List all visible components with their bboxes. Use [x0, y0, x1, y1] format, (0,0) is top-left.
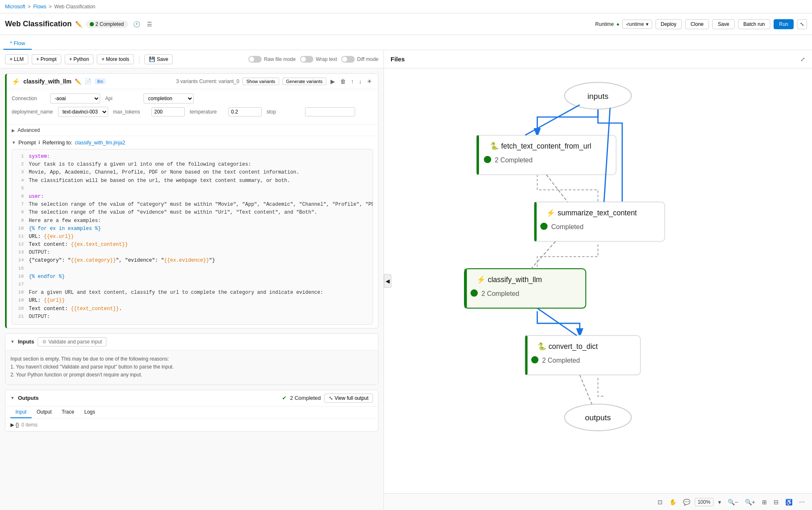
edit-node-icon[interactable]: ✏️	[75, 78, 81, 85]
delete-node-icon[interactable]: 🗑	[339, 77, 347, 86]
raw-file-label: Raw file mode	[264, 56, 296, 62]
max-tokens-input[interactable]	[151, 107, 185, 116]
svg-rect-8	[534, 202, 537, 242]
svg-point-5	[484, 156, 491, 163]
output-tab-input[interactable]: Input	[10, 406, 32, 418]
api-select[interactable]: completion	[144, 93, 194, 104]
diagram-container: ◀	[384, 68, 812, 493]
layout-icon[interactable]: ⊟	[772, 497, 781, 507]
svg-point-15	[471, 289, 478, 296]
code-line-12: 12Text content: {{ex.text_content}}	[15, 241, 369, 249]
runtime-select[interactable]: -runtime ▾	[622, 20, 652, 29]
node-header: ⚡ classify_with_llm ✏️ 📄 llm 3 variants …	[7, 74, 378, 89]
prompt-link[interactable]: classify_with_llm.jinja2	[75, 140, 125, 146]
output-tab-output[interactable]: Output	[32, 406, 57, 418]
validate-parse-button[interactable]: ⚙ Validate and parse input	[38, 337, 107, 346]
run-button[interactable]: Run	[774, 19, 794, 29]
advanced-header[interactable]: ▶ Advanced	[12, 127, 373, 133]
code-line-9: 9Here are a few examples:	[15, 217, 369, 225]
inputs-title: Inputs	[18, 338, 34, 345]
add-python-button[interactable]: + Python	[65, 54, 94, 64]
deploy-button[interactable]: Deploy	[656, 19, 682, 29]
save-button[interactable]: Save	[712, 19, 734, 29]
more-tools-button[interactable]: + More tools	[97, 54, 134, 64]
chevron-right-icon: ▶	[12, 128, 15, 133]
code-line-8: 8The selection range of the value of "ev…	[15, 209, 369, 217]
svg-rect-17	[525, 336, 640, 375]
output-tab-trace[interactable]: Trace	[57, 406, 79, 418]
runtime-value: -runtime	[626, 21, 644, 27]
outputs-header: ▼ Outputs ✔ 2 Completed ⤡ View full outp…	[5, 390, 378, 406]
llm-node-card: ⚡ classify_with_llm ✏️ 📄 llm 3 variants …	[5, 73, 378, 328]
expand-button[interactable]: ⤡	[797, 19, 807, 29]
outputs-status-text: 2 Completed	[290, 395, 321, 401]
wrap-text-toggle[interactable]	[300, 56, 313, 63]
collapse-panel-icon[interactable]: ◀	[384, 274, 391, 288]
svg-line-27	[531, 241, 555, 268]
node-body: Connection -aoai Api completion deployme…	[7, 89, 378, 124]
hand-tool-icon[interactable]: ✋	[667, 497, 678, 507]
code-line-18: 18For a given URL and text content, clas…	[15, 289, 369, 297]
connection-row: Connection -aoai Api completion	[12, 93, 373, 104]
page-title: Web Classification	[5, 20, 72, 28]
raw-file-toggle[interactable]	[248, 56, 262, 63]
save-file-button[interactable]: 💾 Save	[144, 54, 173, 64]
comment-icon[interactable]: 💬	[681, 497, 692, 507]
chevron-down-prompt-icon: ▼	[12, 140, 16, 145]
move-down-icon[interactable]: ↓	[358, 77, 363, 86]
show-variants-button[interactable]: Show variants	[242, 78, 279, 85]
variant-info: 3 variants Current: variant_0	[176, 78, 239, 84]
svg-text:🐍 convert_to_dict: 🐍 convert_to_dict	[537, 342, 598, 351]
svg-line-26	[546, 175, 567, 202]
history-icon[interactable]: 🕐	[131, 19, 142, 29]
node-tag: llm	[95, 78, 106, 84]
add-prompt-button[interactable]: + Prompt	[32, 54, 61, 64]
code-line-7: 7The selection range of the value of "ca…	[15, 201, 369, 209]
deployment-select[interactable]: text-davinci-003	[58, 107, 108, 117]
runtime-section: Runtime ● -runtime ▾	[595, 20, 652, 29]
temperature-input[interactable]	[228, 107, 262, 116]
settings-icon[interactable]: ☀	[366, 77, 373, 86]
header-actions: Runtime ● -runtime ▾ Deploy Clone Save B…	[595, 19, 807, 29]
code-line-1: 1system:	[15, 153, 369, 161]
files-header: Files ⤢	[384, 50, 812, 68]
fit-view-icon[interactable]: ⊡	[656, 497, 665, 507]
tab-flow[interactable]: * Flow	[3, 38, 32, 50]
edit-title-icon[interactable]: ✏️	[75, 21, 82, 28]
more-options-icon[interactable]: ⋯	[797, 497, 807, 507]
zoom-out-icon[interactable]: 🔍−	[726, 497, 740, 507]
clone-button[interactable]: Clone	[685, 19, 709, 29]
chevron-down-zoom-icon[interactable]: ▾	[716, 497, 723, 507]
add-llm-button[interactable]: + LLM	[5, 54, 28, 64]
outputs-status: ✔ 2 Completed ⤡ View full output	[282, 394, 373, 403]
svg-text:outputs: outputs	[585, 413, 611, 422]
output-tab-logs[interactable]: Logs	[79, 406, 100, 418]
list-icon[interactable]: ☰	[145, 19, 154, 29]
accessibility-icon[interactable]: ♿	[783, 497, 794, 507]
move-up-icon[interactable]: ↑	[350, 77, 355, 86]
diff-mode-toggle[interactable]	[341, 56, 355, 63]
inputs-section: ▼ Inputs ⚙ Validate and parse input Inpu…	[5, 333, 378, 385]
code-line-6: 6user:	[15, 193, 369, 201]
generate-variants-button[interactable]: Generate variants	[282, 78, 326, 85]
nav-flows[interactable]: Flows	[33, 4, 46, 10]
diagram-bottom-toolbar: ⊡ ✋ 💬 100% ▾ 🔍− 🔍+ ⊞ ⊟ ♿ ⋯	[384, 493, 812, 510]
batch-run-button[interactable]: Batch run	[738, 19, 770, 29]
connection-select[interactable]: -aoai	[50, 93, 100, 104]
svg-point-20	[531, 356, 538, 363]
zoom-in-icon[interactable]: 🔍+	[743, 497, 757, 507]
expand-panel-icon[interactable]: ⤢	[800, 56, 805, 63]
svg-text:2 Completed: 2 Completed	[542, 357, 580, 364]
svg-text:inputs: inputs	[588, 92, 608, 101]
max-tokens-label: max_tokens	[113, 109, 146, 115]
files-title: Files	[391, 56, 405, 63]
svg-rect-3	[477, 135, 479, 175]
view-full-output-button[interactable]: ⤡ View full output	[324, 394, 373, 403]
stop-input[interactable]	[305, 107, 355, 116]
nav-microsoft[interactable]: Microsoft	[5, 4, 25, 10]
run-node-icon[interactable]: ▶	[330, 77, 336, 86]
minimap-icon[interactable]: ⊞	[760, 497, 769, 507]
header-left: Web Classification ✏️ 2 Completed 🕐 ☰	[5, 19, 595, 29]
code-line-4: 4The classification will be based on the…	[15, 177, 369, 185]
status-badge: 2 Completed	[86, 20, 128, 28]
